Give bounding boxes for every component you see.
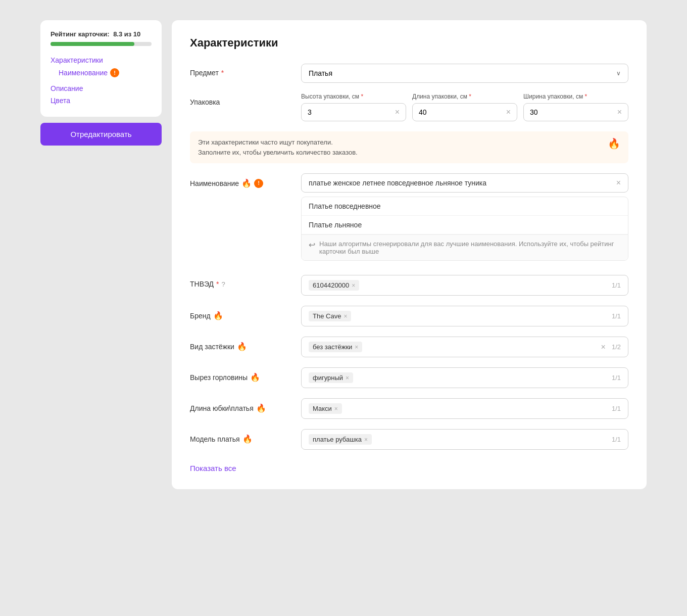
length-field-wrap: Длина упаковки, см * 40 ×	[412, 93, 517, 121]
flame-icon-vyrez: 🔥	[250, 372, 260, 382]
width-field-wrap: Ширина упаковки, см * 30 ×	[523, 93, 628, 121]
tnved-field: 6104420000 × 1/1	[301, 275, 628, 296]
vyrez-counter: 1/1	[612, 374, 621, 382]
height-clear-icon[interactable]: ×	[395, 108, 400, 116]
zastejka-counter: 1/2	[612, 343, 621, 351]
rating-bar-fill	[51, 42, 134, 46]
flame-icon-dlina: 🔥	[256, 403, 266, 413]
algo-hint: ↩ Наши алгоритмы сгенерировали для вас л…	[302, 234, 628, 260]
vyrez-tag-field[interactable]: фигурный × 1/1	[301, 367, 628, 388]
dlina-tag-0: Макси ×	[309, 403, 342, 414]
vyrez-field: фигурный × 1/1	[301, 367, 628, 388]
predmet-field: Платья ∨	[301, 64, 628, 83]
upakovka-label: Упаковка	[190, 93, 291, 106]
model-tag-0: платье рубашка ×	[309, 434, 372, 445]
brend-tag-0: The Cave ×	[309, 311, 351, 321]
model-field: платье рубашка × 1/1	[301, 429, 628, 450]
sidebar-item-description[interactable]: Описание	[51, 82, 152, 94]
dlina-row: Длина юбки\платья 🔥 Макси × 1/1	[190, 398, 628, 419]
tnved-counter: 1/1	[612, 281, 621, 289]
naimenovanie-field: платье женское летнее повседневное льнян…	[301, 173, 628, 265]
flame-icon-name: 🔥	[241, 178, 252, 188]
vyrez-tag-close-icon[interactable]: ×	[346, 374, 349, 382]
naimenovanie-row: Наименование 🔥 ! платье женское летнее п…	[190, 173, 628, 265]
show-all-link[interactable]: Показать все	[190, 464, 236, 472]
zastejka-row: Вид застёжки 🔥 без застёжки × × 1/2	[190, 337, 628, 357]
vyrez-tag-0: фигурный ×	[309, 372, 353, 383]
suggestion-item-1[interactable]: Платье льняное	[302, 216, 628, 234]
upakovka-row: Упаковка Высота упаковки, см * 3 × Длина…	[190, 93, 628, 121]
flame-icon-model: 🔥	[242, 434, 253, 444]
predmet-required: *	[221, 69, 224, 77]
name-suggestions-list: Платье повседневное Платье льняное ↩ Наш…	[301, 197, 628, 261]
zastejka-tag-close-icon[interactable]: ×	[355, 344, 358, 351]
brend-field: The Cave × 1/1	[301, 306, 628, 326]
warning-dot-name: !	[110, 68, 119, 77]
zastejka-label: Вид застёжки 🔥	[190, 337, 291, 351]
warning-dot-naimenovanie: !	[254, 179, 263, 188]
height-field-wrap: Высота упаковки, см * 3 ×	[301, 93, 406, 121]
naimenovanie-clear-icon[interactable]: ×	[616, 179, 621, 187]
dlina-tag-field[interactable]: Макси × 1/1	[301, 398, 628, 419]
pack-fields: Высота упаковки, см * 3 × Длина упаковки…	[301, 93, 628, 121]
rating-bar-background	[51, 42, 152, 46]
vyrez-row: Вырез горловины 🔥 фигурный × 1/1	[190, 367, 628, 388]
width-sublabel: Ширина упаковки, см *	[523, 93, 628, 100]
main-card: Характеристики Предмет * Платья ∨ Упаков…	[172, 20, 647, 489]
width-clear-icon[interactable]: ×	[617, 108, 622, 116]
chevron-down-icon: ∨	[616, 70, 621, 77]
dlina-field: Макси × 1/1	[301, 398, 628, 419]
tnved-question-icon[interactable]: ?	[222, 280, 225, 288]
brend-row: Бренд 🔥 The Cave × 1/1	[190, 306, 628, 326]
length-input[interactable]: 40 ×	[412, 103, 517, 121]
brend-tag-close-icon[interactable]: ×	[344, 313, 347, 320]
tnved-label: ТНВЭД * ?	[190, 275, 291, 288]
sidebar-card: Рейтинг карточки: 8.3 из 10 Характеристи…	[40, 20, 162, 117]
tnved-tag-field[interactable]: 6104420000 × 1/1	[301, 275, 628, 296]
flame-icon: 🔥	[608, 137, 620, 150]
brend-label: Бренд 🔥	[190, 306, 291, 320]
tnved-row: ТНВЭД * ? 6104420000 × 1/1	[190, 275, 628, 296]
predmet-select[interactable]: Платья ∨	[301, 64, 628, 83]
length-clear-icon[interactable]: ×	[506, 108, 511, 116]
predmet-row: Предмет * Платья ∨	[190, 64, 628, 83]
sidebar-item-name[interactable]: Наименование !	[51, 66, 152, 79]
predmet-label: Предмет *	[190, 64, 291, 77]
model-tag-close-icon[interactable]: ×	[364, 436, 368, 443]
hot-hint-banner: Эти характеристики часто ищут покупатели…	[190, 131, 628, 163]
dlina-tag-close-icon[interactable]: ×	[334, 405, 338, 412]
flame-icon-zastejka: 🔥	[237, 342, 247, 351]
zastejka-tag-field[interactable]: без застёжки × × 1/2	[301, 337, 628, 357]
flame-icon-brend: 🔥	[213, 311, 223, 320]
dlina-label: Длина юбки\платья 🔥	[190, 398, 291, 413]
tnved-tag-0: 6104420000 ×	[309, 280, 359, 291]
page-title: Характеристики	[190, 36, 628, 50]
hot-hint-text: Эти характеристики часто ищут покупатели…	[198, 137, 604, 157]
width-input[interactable]: 30 ×	[523, 103, 628, 121]
algo-icon: ↩	[309, 240, 315, 250]
model-tag-field[interactable]: платье рубашка × 1/1	[301, 429, 628, 450]
sidebar-item-characteristics[interactable]: Характеристики	[51, 54, 152, 66]
brend-tag-field[interactable]: The Cave × 1/1	[301, 306, 628, 326]
vyrez-label: Вырез горловины 🔥	[190, 367, 291, 382]
rating-label: Рейтинг карточки: 8.3 из 10	[51, 30, 152, 38]
naimenovanie-input[interactable]: платье женское летнее повседневное льнян…	[301, 173, 628, 193]
length-sublabel: Длина упаковки, см *	[412, 93, 517, 100]
suggestion-item-0[interactable]: Платье повседневное	[302, 197, 628, 216]
zastejka-field: без застёжки × × 1/2	[301, 337, 628, 357]
height-sublabel: Высота упаковки, см *	[301, 93, 406, 100]
zastejka-clear-icon[interactable]: ×	[601, 343, 606, 352]
height-input[interactable]: 3 ×	[301, 103, 406, 121]
sidebar-item-colors[interactable]: Цвета	[51, 94, 152, 107]
model-label: Модель платья 🔥	[190, 429, 291, 444]
model-counter: 1/1	[612, 436, 621, 443]
brend-counter: 1/1	[612, 312, 621, 320]
tnved-tag-close-icon[interactable]: ×	[352, 282, 355, 289]
dlina-counter: 1/1	[612, 405, 621, 412]
naimenovanie-label: Наименование 🔥 !	[190, 173, 291, 188]
model-row: Модель платья 🔥 платье рубашка × 1/1	[190, 429, 628, 450]
edit-button[interactable]: Отредактировать	[40, 123, 162, 146]
zastejka-tag-0: без застёжки ×	[309, 342, 362, 352]
